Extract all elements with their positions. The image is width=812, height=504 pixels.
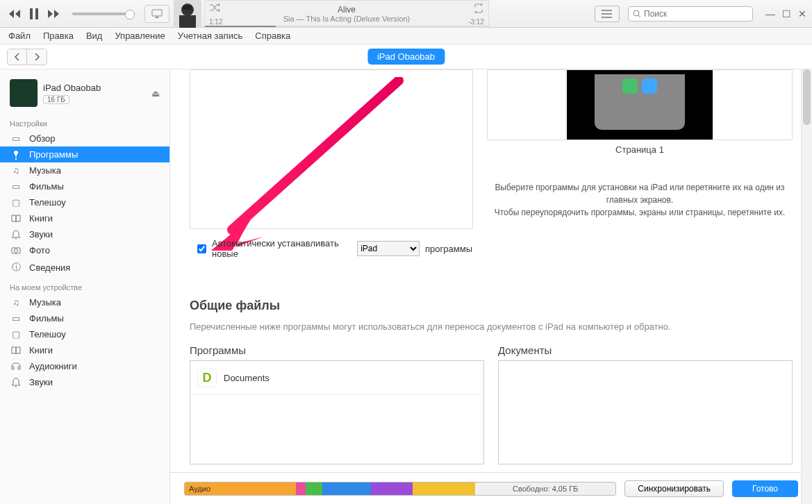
auto-install-select[interactable]: iPad (357, 241, 420, 256)
device-pill[interactable]: iPad Obaobab (367, 49, 445, 65)
shared-docs-header: Документы (498, 344, 793, 356)
sidebar-section-settings: Настройки (0, 112, 169, 131)
sidebar-item-info[interactable]: ⓘСведения (0, 258, 169, 276)
sidebar-ondevice-audiobooks[interactable]: Аудиокниги (0, 358, 169, 374)
sidebar-item-movies[interactable]: ▭Фильмы (0, 178, 169, 194)
svg-point-7 (602, 10, 603, 11)
info-icon: ⓘ (10, 261, 22, 274)
bottom-bar: Аудио Свободно: 4,05 ГБ Синхронизировать… (170, 472, 812, 504)
home-screen-preview: Страница 1 Выберите программы для устано… (487, 69, 793, 229)
sidebar-item-music[interactable]: ♫Музыка (0, 162, 169, 178)
svg-rect-2 (152, 10, 162, 16)
ipad-screen[interactable] (567, 70, 713, 140)
shared-files-heading: Общие файлы (190, 299, 793, 313)
shared-apps-list[interactable]: D Documents (190, 360, 484, 464)
sync-button[interactable]: Синхронизировать (624, 480, 724, 497)
pause-button[interactable] (25, 5, 43, 23)
storage-seg (322, 482, 371, 495)
shared-app-item[interactable]: D Documents (190, 361, 483, 395)
svg-point-10 (633, 10, 639, 16)
svg-rect-6 (183, 6, 192, 10)
auto-install-checkbox[interactable] (197, 244, 206, 253)
forward-button[interactable] (27, 49, 47, 65)
sidebar-ondevice-tvshows[interactable]: ▢Телешоу (0, 326, 169, 342)
volume-slider[interactable] (72, 12, 135, 15)
scrollbar-thumb[interactable] (803, 69, 811, 125)
app-icon (642, 78, 657, 94)
next-button[interactable] (44, 5, 63, 23)
sidebar-item-overview[interactable]: ▭Обзор (0, 131, 169, 146)
shared-apps-header: Программы (190, 344, 484, 356)
progress-bar[interactable] (205, 26, 488, 27)
nav-buttons (7, 49, 47, 65)
sidebar-item-photos[interactable]: Фото (0, 242, 169, 258)
menu-controls[interactable]: Управление (115, 31, 165, 41)
time-remaining: -3:12 (468, 18, 484, 26)
sidebar-item-books[interactable]: Книги (0, 210, 169, 226)
apps-list-box: Автоматически устанавливать новые iPad п… (190, 69, 473, 229)
help-text-2: Чтобы переупорядочить программы, экраны … (487, 206, 793, 219)
airplay-button[interactable] (144, 5, 169, 23)
bell-icon (10, 230, 22, 240)
main-area: iPad Obaobab 16 ГБ ⏏ Настройки ▭Обзор Пр… (0, 69, 812, 504)
sidebar: iPad Obaobab 16 ГБ ⏏ Настройки ▭Обзор Пр… (0, 69, 170, 504)
eject-button[interactable]: ⏏ (151, 88, 160, 99)
close-button[interactable]: ✕ (798, 8, 806, 19)
done-button[interactable]: Готово (732, 480, 798, 497)
search-input[interactable] (644, 9, 748, 19)
auto-install-suffix: программы (425, 244, 472, 254)
svg-line-11 (638, 15, 640, 17)
movies-icon: ▭ (10, 181, 22, 192)
search-icon (633, 10, 641, 18)
movies-icon: ▭ (10, 313, 22, 324)
sidebar-ondevice-movies[interactable]: ▭Фильмы (0, 310, 169, 326)
device-header: iPad Obaobab 16 ГБ ⏏ (0, 75, 169, 112)
prev-button[interactable] (6, 5, 24, 23)
menu-file[interactable]: Файл (8, 31, 31, 41)
track-subtitle: Sia — This Is Acting (Deluxe Version) (283, 15, 411, 23)
bell-icon (10, 378, 22, 387)
tv-icon: ▢ (10, 329, 22, 339)
apps-icon (10, 150, 22, 160)
menu-edit[interactable]: Правка (43, 31, 74, 41)
repeat-icon[interactable] (473, 3, 484, 15)
sidebar-ondevice-music[interactable]: ♫Музыка (0, 294, 169, 310)
vertical-scrollbar[interactable] (801, 69, 812, 504)
camera-icon (10, 246, 22, 254)
shared-app-name: Documents (224, 373, 270, 383)
list-view-button[interactable] (595, 6, 620, 22)
svg-point-13 (15, 249, 18, 253)
sidebar-item-tvshows[interactable]: ▢Телешоу (0, 194, 169, 210)
sidebar-ondevice-tones[interactable]: Звуки (0, 374, 169, 390)
content-pane: Автоматически устанавливать новые iPad п… (170, 69, 812, 504)
content-scroll[interactable]: Автоматически устанавливать новые iPad п… (170, 69, 812, 472)
sidebar-item-apps[interactable]: Программы (0, 146, 169, 162)
menu-account[interactable]: Учетная запись (178, 31, 243, 41)
nav-bar: iPad Obaobab (0, 44, 812, 69)
storage-seg (296, 482, 306, 495)
sidebar-ondevice-books[interactable]: Книги (0, 342, 169, 358)
shared-files-description: Перечисленные ниже программы могут испол… (190, 321, 793, 332)
svg-point-8 (602, 13, 603, 15)
page-label: Страница 1 (487, 140, 793, 162)
album-artwork (174, 0, 201, 28)
minimize-button[interactable]: — (765, 8, 775, 19)
track-title: Alive (338, 5, 356, 15)
menu-help[interactable]: Справка (255, 31, 290, 41)
menu-view[interactable]: Вид (86, 31, 103, 41)
search-field[interactable] (628, 6, 753, 22)
music-icon: ♫ (10, 297, 22, 308)
storage-bar: Аудио Свободно: 4,05 ГБ (184, 482, 616, 496)
sidebar-item-tones[interactable]: Звуки (0, 226, 169, 242)
shuffle-icon[interactable] (209, 3, 220, 13)
playback-controls (6, 5, 63, 23)
svg-rect-0 (30, 8, 33, 19)
storage-seg (413, 482, 475, 495)
device-name: iPad Obaobab (43, 83, 146, 93)
shared-docs-list[interactable] (498, 360, 793, 464)
maximize-button[interactable]: ☐ (782, 8, 791, 19)
apps-preview-row: Автоматически устанавливать новые iPad п… (190, 69, 793, 229)
window-controls: — ☐ ✕ (765, 8, 806, 19)
svg-rect-1 (35, 8, 38, 19)
back-button[interactable] (8, 49, 27, 65)
